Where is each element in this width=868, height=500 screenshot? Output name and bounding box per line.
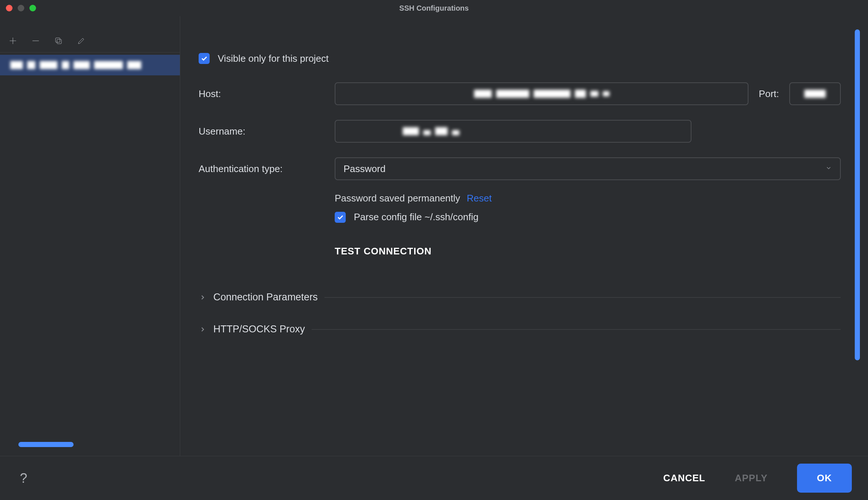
- auth-subsection: Password saved permanently Reset Parse c…: [335, 193, 841, 223]
- apply-button: APPLY: [735, 472, 768, 484]
- svg-rect-1: [56, 38, 60, 42]
- parse-config-label: Parse config file ~/.ssh/config: [354, 211, 479, 223]
- http-socks-proxy-section[interactable]: HTTP/SOCKS Proxy: [199, 324, 841, 335]
- vertical-scrollbar[interactable]: [855, 29, 860, 360]
- ssh-config-window: SSH Configurations: [0, 0, 868, 500]
- auth-row: Authentication type: Password: [199, 157, 841, 180]
- horizontal-scrollbar[interactable]: [18, 442, 74, 447]
- visible-only-checkbox[interactable]: [199, 53, 210, 64]
- window-titlebar: SSH Configurations: [0, 0, 868, 16]
- edit-icon[interactable]: [77, 36, 86, 46]
- section-title: HTTP/SOCKS Proxy: [213, 324, 305, 335]
- username-label: Username:: [199, 126, 335, 137]
- masked-item-text: [10, 60, 141, 70]
- host-input[interactable]: [335, 82, 748, 105]
- cancel-button[interactable]: CANCEL: [663, 472, 705, 484]
- password-saved-line: Password saved permanently Reset: [335, 193, 841, 204]
- password-saved-text: Password saved permanently: [335, 193, 460, 204]
- sidebar-list: [0, 53, 180, 456]
- add-icon[interactable]: [8, 36, 18, 46]
- window-title: SSH Configurations: [399, 4, 469, 12]
- dialog-footer: ? CANCEL APPLY OK: [0, 456, 868, 500]
- chevron-right-icon: [199, 325, 207, 333]
- username-row: Username:: [199, 120, 841, 143]
- visible-only-label: Visible only for this project: [218, 53, 329, 64]
- window-close-button[interactable]: [6, 5, 13, 11]
- settings-form: Visible only for this project Host:: [180, 16, 868, 456]
- window-controls: [6, 5, 36, 11]
- port-label: Port:: [759, 88, 779, 100]
- section-separator: [312, 329, 841, 330]
- visible-only-row: Visible only for this project: [199, 47, 841, 70]
- auth-value: Password: [344, 163, 385, 175]
- reset-link[interactable]: Reset: [467, 193, 492, 204]
- host-label: Host:: [199, 88, 335, 100]
- host-row: Host: Port:: [199, 82, 841, 105]
- parse-config-line: Parse config file ~/.ssh/config: [335, 211, 841, 223]
- auth-label: Authentication type:: [199, 163, 335, 175]
- remove-icon[interactable]: [31, 36, 40, 46]
- sidebar-toolbar: [0, 31, 180, 53]
- sidebar: [0, 16, 180, 456]
- window-zoom-button[interactable]: [29, 5, 36, 11]
- connection-parameters-section[interactable]: Connection Parameters: [199, 292, 841, 303]
- parse-config-checkbox[interactable]: [335, 212, 346, 223]
- chevron-down-icon: [825, 165, 832, 173]
- auth-select[interactable]: Password: [335, 157, 841, 180]
- test-connection-button[interactable]: TEST CONNECTION: [335, 246, 431, 257]
- section-separator: [324, 297, 841, 298]
- list-item[interactable]: [0, 55, 180, 75]
- chevron-right-icon: [199, 293, 207, 301]
- window-minimize-button[interactable]: [18, 5, 24, 11]
- copy-icon[interactable]: [54, 36, 63, 46]
- help-icon[interactable]: ?: [16, 468, 31, 488]
- section-title: Connection Parameters: [213, 292, 318, 303]
- ok-button[interactable]: OK: [797, 464, 852, 493]
- port-input[interactable]: [789, 82, 841, 105]
- svg-rect-0: [57, 39, 61, 44]
- content-split: Visible only for this project Host:: [0, 16, 868, 456]
- username-input[interactable]: [335, 120, 691, 143]
